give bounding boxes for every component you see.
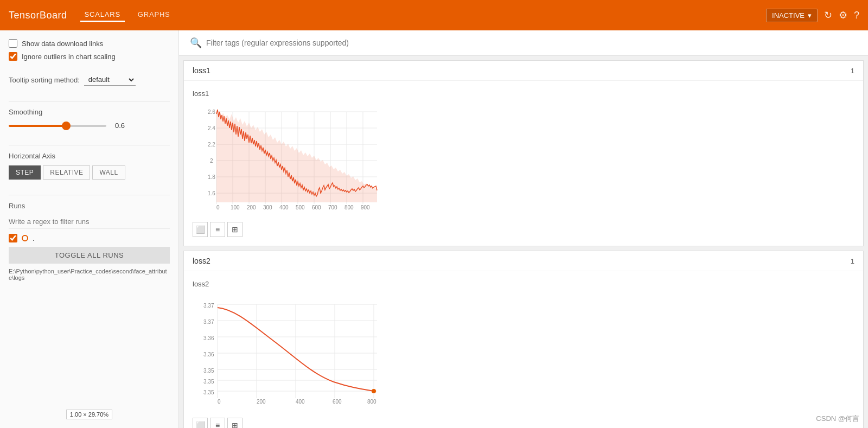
filter-input[interactable] [206,39,857,47]
tooltip-sort-select[interactable]: default ascending descending [84,74,136,86]
smoothing-title: Smoothing [9,108,170,116]
loss1-header: loss1 1 [184,61,863,81]
loss2-x-200: 200 [257,399,266,405]
axis-wall-button[interactable]: WALL [92,165,125,180]
loss2-endpoint [372,389,376,393]
loss1-section-title: loss1 [193,66,210,75]
loss1-y-label-1: 2.6 [208,109,215,115]
loss2-y-5: 3.35 [203,368,214,374]
loss2-y-4: 3.36 [203,352,214,357]
loss1-x-100: 100 [231,205,240,210]
runs-section: Runs . TOGGLE ALL RUNS E:\Python\python_… [9,202,170,281]
loss1-x-200: 200 [247,205,256,210]
loss1-x-300: 300 [263,205,272,210]
ignore-outliers-row: Ignore outliers in chart scaling [9,52,170,61]
loss1-x-500: 500 [296,205,305,210]
main-layout: Show data download links Ignore outliers… [0,30,868,428]
refresh-icon[interactable]: ↻ [824,9,832,21]
loss2-y-3: 3.36 [203,335,214,341]
chevron-down-icon: ▾ [808,11,812,20]
loss1-chart-svg: 2.6 2.4 2.2 2 1.8 1.6 0 100 200 300 400 … [193,102,388,216]
loss1-x-600: 600 [312,205,321,210]
loss2-chart-svg: 3.37 3.37 3.36 3.36 3.35 3.35 3.35 0 200… [193,292,388,412]
loss2-x-0: 0 [218,399,221,405]
run-color-indicator [22,235,28,241]
watermark: CSDN @何言 [816,414,859,424]
show-download-label[interactable]: Show data download links [22,40,103,48]
help-icon[interactable]: ? [854,10,859,21]
tooltip-sort-label: Tooltip sorting method: [9,76,80,84]
loss2-body: loss2 3.37 3.37 3.36 3.36 3.35 3.35 3.35… [184,271,863,428]
loss2-header: loss2 1 [184,251,863,271]
zoom-label: 1.00 × 29.70% [66,410,112,419]
ignore-outliers-label[interactable]: Ignore outliers in chart scaling [22,53,116,61]
smoothing-section: Smoothing 0.6 [9,108,170,130]
loss2-expand-button[interactable]: ⬜ [193,418,208,428]
topbar: TensorBoard SCALARS GRAPHS INACTIVE ▾ ↻ … [0,0,868,30]
loss1-x-400: 400 [279,205,289,210]
smoothing-row: 0.6 [9,122,170,130]
loss2-y-2: 3.37 [203,319,214,325]
filter-bar: 🔍 [179,30,868,56]
topbar-right: INACTIVE ▾ ↻ ⚙ ? [766,9,859,22]
loss2-count: 1 [851,257,854,265]
status-dropdown[interactable]: INACTIVE ▾ [766,9,818,22]
run-dot-label: . [33,234,35,242]
top-nav: SCALARS GRAPHS [80,8,175,22]
show-download-checkbox[interactable] [9,39,17,48]
smoothing-slider[interactable] [9,125,106,127]
run-row: . [9,234,170,242]
divider-1 [9,101,170,101]
loss1-chart-title: loss1 [193,90,854,98]
loss1-x-900: 900 [361,205,370,210]
loss1-expand-button[interactable]: ⬜ [193,222,208,237]
loss2-x-600: 600 [333,399,342,405]
status-label: INACTIVE [772,11,805,20]
nav-scalars[interactable]: SCALARS [80,8,125,22]
loss1-data-button[interactable]: ≡ [210,222,225,237]
loss2-x-800: 800 [367,399,376,405]
loss1-download-button[interactable]: ⊞ [227,222,242,237]
ignore-outliers-checkbox[interactable] [9,52,17,61]
loss2-download-button[interactable]: ⊞ [227,418,242,428]
tooltip-row: Tooltip sorting method: default ascendin… [9,74,170,86]
search-icon: 🔍 [190,37,202,49]
runs-title: Runs [9,202,170,210]
loss1-x-800: 800 [344,205,354,210]
loss2-data-button[interactable]: ≡ [210,418,225,428]
loss1-y-label-4: 2 [210,158,213,164]
loss2-chart-title: loss2 [193,280,854,288]
display-options: Show data download links Ignore outliers… [9,39,170,65]
loss2-section-title: loss2 [193,257,210,265]
loss2-y-6: 3.35 [203,379,214,385]
sidebar: Show data download links Ignore outliers… [0,30,179,428]
loss1-section: loss1 1 loss1 2.6 2.4 2.2 2 1.8 1.6 0 10… [183,60,864,246]
loss2-actions: ⬜ ≡ ⊞ [193,418,854,428]
axis-step-button[interactable]: STEP [9,165,41,180]
divider-2 [9,145,170,145]
axis-relative-button[interactable]: RELATIVE [43,165,90,180]
axis-buttons: STEP RELATIVE WALL [9,165,170,180]
loss1-actions: ⬜ ≡ ⊞ [193,222,854,237]
show-download-row: Show data download links [9,39,170,48]
toggle-all-runs-button[interactable]: TOGGLE ALL RUNS [9,247,170,264]
run-path: E:\Python\python_user\Practice_codes\sec… [9,268,170,281]
loss1-area [216,112,377,202]
main-content: 🔍 loss1 1 loss1 2.6 2.4 2.2 2 1.8 1.6 [179,30,868,428]
loss2-y-7: 3.35 [203,389,214,395]
horizontal-axis-section: Horizontal Axis STEP RELATIVE WALL [9,152,170,180]
loss1-y-label-5: 1.8 [208,174,215,180]
runs-filter-input[interactable] [9,215,170,228]
loss1-x-700: 700 [328,205,337,210]
settings-icon[interactable]: ⚙ [839,9,847,21]
run-checkbox[interactable] [9,234,17,242]
nav-graphs[interactable]: GRAPHS [133,8,175,22]
loss2-x-400: 400 [296,399,305,405]
loss2-y-1: 3.37 [203,303,214,309]
app-logo: TensorBoard [9,10,67,21]
divider-3 [9,195,170,195]
loss1-y-label-2: 2.4 [208,125,215,131]
loss2-section: loss2 1 loss2 3.37 3.37 3.36 3.36 3.35 3… [183,251,864,428]
horizontal-axis-title: Horizontal Axis [9,152,170,160]
topbar-left: TensorBoard SCALARS GRAPHS [9,8,175,22]
